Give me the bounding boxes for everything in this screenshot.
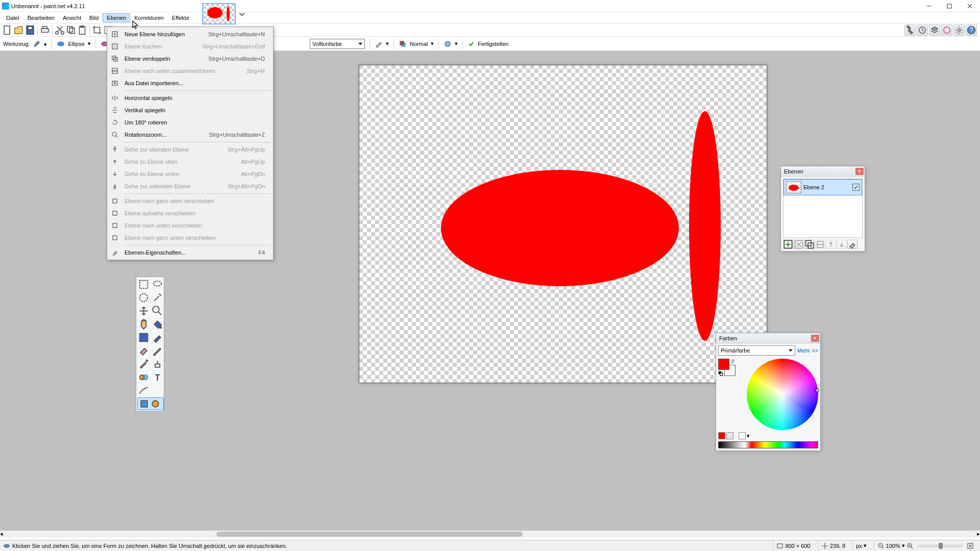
tool-paint-bucket[interactable] [151, 318, 164, 331]
finish-button[interactable]: Fertigstellen [478, 41, 508, 47]
tool-gradient[interactable] [137, 331, 150, 344]
paste-icon[interactable] [77, 24, 88, 36]
canvas[interactable] [359, 65, 767, 383]
cursor-pos: 239, 8 [830, 543, 846, 549]
menu-ebenen[interactable]: Ebenen [103, 13, 130, 22]
blend-mode-label[interactable]: Normal [410, 41, 428, 47]
panel-layers-icon[interactable] [929, 24, 940, 36]
tool-rect-select[interactable] [137, 278, 150, 291]
crop-icon[interactable] [91, 24, 103, 36]
tool-line[interactable] [137, 384, 150, 397]
tool-text[interactable]: T [151, 371, 164, 384]
tool-clone-stamp[interactable] [151, 358, 164, 370]
zoom-fit-icon[interactable] [967, 542, 974, 549]
tool-move-selection[interactable] [137, 305, 150, 317]
layers-panel[interactable]: Ebenen ✕ Ebene 2 ✓ [780, 166, 865, 252]
menu-effekte[interactable]: Effekte [168, 13, 193, 22]
horizontal-scrollbar[interactable]: ◂ ▸ [0, 531, 980, 538]
menu-duplicate-layer[interactable]: Ebene verdoppeln Strg+Umschalttaste+D [108, 53, 272, 65]
print-icon[interactable] [39, 24, 51, 36]
color-wheel-cursor[interactable] [815, 388, 819, 392]
svg-rect-0 [947, 4, 951, 8]
recent-color-1[interactable] [718, 432, 725, 439]
unit-label[interactable]: px [856, 543, 862, 549]
thumb-menu-icon[interactable] [238, 8, 246, 20]
tool-brush[interactable] [151, 331, 164, 344]
brush-width-icon[interactable] [375, 40, 383, 48]
help-icon[interactable]: ? [966, 24, 977, 36]
color-channel-select[interactable]: Primärfarbe [718, 345, 795, 356]
menu-bild[interactable]: Bild [85, 13, 103, 22]
colors-panel-close-icon[interactable]: ✕ [811, 335, 819, 342]
menu-go-top-layer: Gehe zur obersten Ebene Strg+Alt+PgUp [108, 143, 272, 156]
menu-import-file[interactable]: Aus Datei importieren... [108, 77, 272, 89]
tool-current-icon[interactable] [33, 40, 41, 48]
zoom-level[interactable]: 100% [886, 543, 900, 549]
menu-layer-properties[interactable]: Ebenen-Eigenschaften... F4 [108, 246, 272, 259]
tool-eraser[interactable] [137, 344, 150, 357]
tool-pan[interactable] [137, 318, 150, 331]
document-thumb[interactable] [202, 3, 236, 24]
antialias-icon[interactable] [444, 40, 452, 48]
layer-tb-duplicate-icon[interactable] [804, 240, 815, 249]
panel-colors-icon[interactable] [941, 24, 952, 36]
color-palette-strip[interactable] [718, 441, 818, 448]
scroll-thumb[interactable] [216, 532, 523, 537]
svg-point-16 [958, 29, 961, 31]
close-button[interactable] [960, 0, 980, 12]
menu-bearbeiten[interactable]: Bearbeiten [23, 13, 59, 22]
zoom-slider-thumb[interactable] [939, 543, 943, 549]
swap-colors-icon[interactable] [730, 359, 736, 364]
tool-ellipse-select[interactable] [137, 291, 150, 304]
zoom-slider[interactable] [917, 544, 963, 547]
minimize-button[interactable] [919, 0, 939, 12]
window-title: Unbenannt - paint.net v4.2.11 [11, 3, 919, 9]
fill-combo[interactable]: Volltonfarbe [310, 39, 365, 49]
recent-color-2[interactable] [726, 432, 733, 439]
save-file-icon[interactable] [24, 24, 36, 36]
panel-tools-icon[interactable] [904, 24, 916, 36]
tool-recolor[interactable] [137, 371, 150, 384]
zoom-in-icon[interactable] [906, 542, 914, 549]
colors-more-button[interactable]: Mehr >> [797, 347, 818, 354]
layer-visibility-checkbox[interactable]: ✓ [852, 184, 860, 191]
color-wheel[interactable] [747, 359, 818, 430]
palette-add-icon[interactable] [739, 432, 746, 439]
cut-icon[interactable] [54, 24, 65, 36]
tool-magic-wand[interactable] [151, 291, 164, 304]
tool-lasso[interactable] [151, 278, 164, 291]
maximize-button[interactable] [939, 0, 960, 12]
scroll-left-arrow[interactable]: ◂ [0, 531, 7, 538]
tool-pencil[interactable] [151, 344, 164, 357]
svg-point-38 [140, 294, 148, 302]
menu-add-layer[interactable]: Neue Ebene hinzufügen Strg+Umschalttaste… [108, 28, 272, 40]
tools-panel[interactable]: T [136, 277, 164, 412]
tool-shapes[interactable] [137, 397, 164, 410]
color-swatch-pair[interactable] [718, 359, 736, 376]
menu-korrekturen[interactable]: Korrekturen [130, 13, 167, 22]
menu-flip-vertical[interactable]: Vertikal spiegeln [108, 104, 272, 116]
panel-history-icon[interactable] [917, 24, 928, 36]
zoom-out-icon[interactable] [877, 542, 885, 549]
reset-colors-icon[interactable] [718, 371, 723, 376]
layers-panel-close-icon[interactable]: ✕ [855, 168, 864, 175]
open-file-icon[interactable] [13, 24, 24, 36]
colors-panel-header[interactable]: Farben ✕ [716, 333, 820, 343]
layer-row[interactable]: Ebene 2 ✓ [783, 179, 862, 195]
tool-color-picker[interactable] [137, 358, 150, 370]
primary-color[interactable] [718, 359, 729, 370]
copy-icon[interactable] [65, 24, 77, 36]
colors-panel[interactable]: Farben ✕ Primärfarbe Mehr >> ▾ [716, 333, 821, 451]
menu-flip-horizontal[interactable]: Horizontal spiegeln [108, 92, 272, 104]
menu-datei[interactable]: Datei [2, 13, 23, 22]
scroll-right-arrow[interactable]: ▸ [973, 531, 980, 538]
menu-rotate-180[interactable]: Um 180° rotieren [108, 116, 272, 129]
settings-icon[interactable] [953, 24, 965, 36]
layers-panel-header[interactable]: Ebenen ✕ [781, 166, 865, 177]
layer-tb-properties-icon[interactable] [847, 240, 857, 249]
layer-tb-add-icon[interactable] [783, 240, 793, 249]
new-file-icon[interactable] [2, 24, 13, 36]
menu-rotate-zoom[interactable]: Rotationszoom... Strg+Umschalttaste+Z [108, 129, 272, 141]
menu-ansicht[interactable]: Ansicht [59, 13, 85, 22]
tool-zoom[interactable] [151, 305, 164, 317]
